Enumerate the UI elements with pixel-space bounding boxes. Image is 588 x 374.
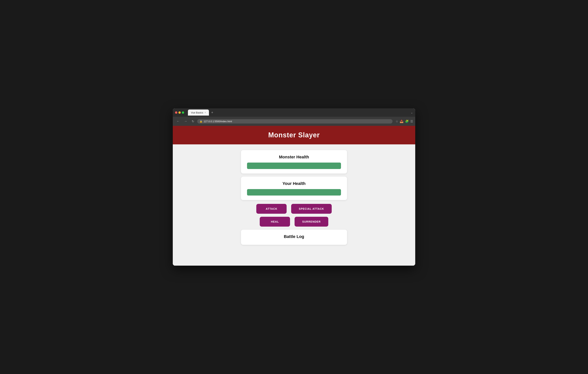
button-row-1: ATTACK SPECIAL ATTACK: [256, 204, 332, 214]
url-text: 127.0.0.1:5500/index.html: [204, 120, 232, 123]
special-attack-button[interactable]: SPECIAL ATTACK: [291, 204, 332, 214]
tab-label: Vue Basics: [191, 111, 203, 114]
app-title: Monster Slayer: [173, 131, 415, 139]
your-health-title: Your Health: [247, 181, 341, 186]
monster-health-title: Monster Health: [247, 155, 341, 160]
traffic-lights: [175, 111, 184, 114]
new-tab-button[interactable]: +: [210, 110, 215, 115]
tab-bar: Vue Basics × + ⌄: [188, 109, 413, 116]
attack-button[interactable]: ATTACK: [256, 204, 287, 214]
security-icon: 🔒: [200, 120, 202, 123]
button-row-2: HEAL SURRENDER: [260, 217, 328, 227]
tab-dropdown-icon[interactable]: ⌄: [411, 111, 413, 114]
back-button[interactable]: ←: [175, 119, 181, 124]
tab-close-icon[interactable]: ×: [205, 111, 206, 114]
toolbar-icons: ☆ 📥 🧩 ☰: [396, 119, 413, 123]
your-health-card: Your Health: [241, 177, 347, 200]
action-buttons: ATTACK SPECIAL ATTACK HEAL SURRENDER: [256, 204, 332, 227]
forward-button[interactable]: →: [183, 119, 189, 124]
address-bar[interactable]: 🔒 127.0.0.1:5500/index.html: [197, 119, 392, 124]
surrender-button[interactable]: SURRENDER: [294, 217, 328, 227]
app-content: Monster Slayer Monster Health Your Healt…: [173, 126, 415, 266]
extension-icon[interactable]: 🧩: [405, 119, 409, 123]
browser-toolbar: ← → ↻ 🔒 127.0.0.1:5500/index.html ☆ 📥 🧩 …: [173, 117, 415, 126]
refresh-button[interactable]: ↻: [190, 119, 196, 124]
app-main: Monster Health Your Health ATTACK SPECIA…: [173, 144, 415, 250]
monster-health-bar: [247, 162, 341, 169]
bookmark-icon[interactable]: ☆: [396, 119, 398, 123]
browser-window: Vue Basics × + ⌄ ← → ↻ 🔒 127.0.0.1:5500/…: [173, 108, 415, 266]
minimize-button[interactable]: [178, 111, 181, 114]
active-tab[interactable]: Vue Basics ×: [188, 109, 209, 116]
close-button[interactable]: [175, 111, 177, 114]
monster-health-card: Monster Health: [241, 150, 347, 173]
battle-log-card: Battle Log: [241, 230, 347, 245]
pocket-icon[interactable]: 📥: [400, 119, 403, 123]
maximize-button[interactable]: [182, 111, 184, 114]
battle-log-title: Battle Log: [247, 234, 341, 239]
heal-button[interactable]: HEAL: [260, 217, 290, 227]
app-header: Monster Slayer: [173, 126, 415, 144]
menu-icon[interactable]: ☰: [410, 119, 413, 123]
monster-health-bar-container: [247, 162, 341, 169]
titlebar: Vue Basics × + ⌄: [173, 108, 415, 117]
your-health-bar: [247, 189, 341, 195]
your-health-bar-container: [247, 189, 341, 195]
